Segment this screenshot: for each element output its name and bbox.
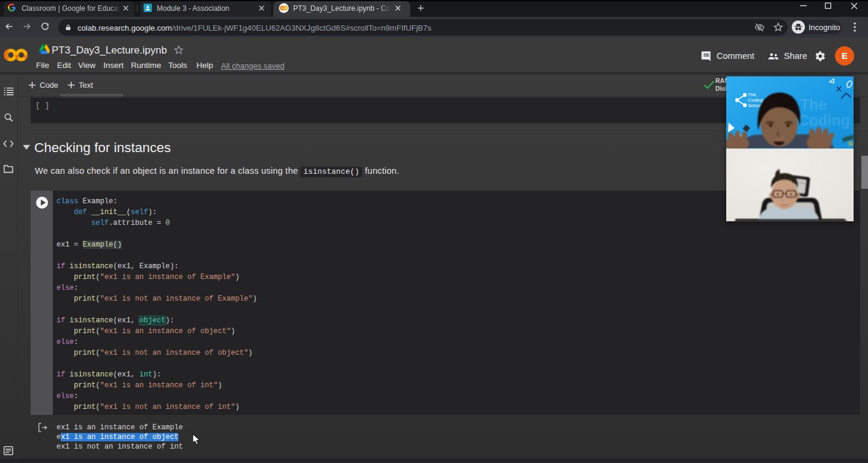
svg-text:Coding: Coding [798,112,850,129]
svg-text:Coding: Coding [748,97,763,103]
svg-text:The: The [748,92,756,97]
svg-text:The: The [800,96,827,113]
